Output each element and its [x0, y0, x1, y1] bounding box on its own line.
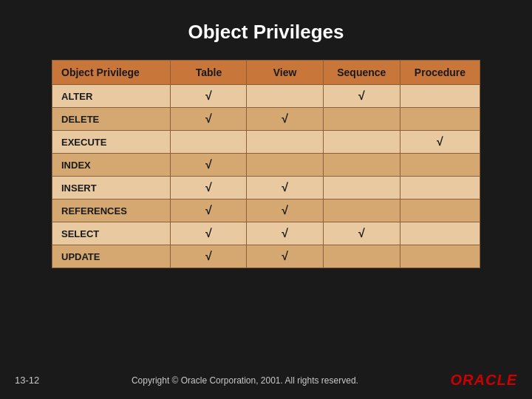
table-row: DELETE√√	[52, 108, 480, 131]
check-cell: √	[247, 177, 323, 200]
check-cell: √	[171, 154, 247, 177]
check-cell: √	[323, 222, 400, 245]
col-header-view: View	[247, 61, 323, 85]
check-cell	[247, 85, 323, 108]
privilege-cell: INSERT	[52, 177, 171, 200]
copyright-text: Copyright © Oracle Corporation, 2001. Al…	[132, 375, 358, 386]
table-row: ALTER√√	[52, 85, 480, 108]
check-cell	[323, 131, 400, 154]
col-header-procedure: Procedure	[400, 61, 480, 85]
table-row: INSERT√√	[52, 177, 480, 200]
check-cell	[323, 245, 400, 268]
slide-number: 13-12	[15, 375, 39, 386]
oracle-logo: ORACLE	[451, 372, 517, 389]
check-cell	[323, 108, 400, 131]
privilege-cell: REFERENCES	[52, 200, 171, 222]
check-cell	[171, 131, 247, 154]
slide: Object Privileges Object Privilege Table…	[0, 0, 532, 399]
privileges-table: Object Privilege Table View Sequence Pro…	[52, 60, 480, 268]
check-cell	[247, 131, 323, 154]
check-cell	[323, 200, 400, 222]
table-row: SELECT√√√	[52, 222, 480, 245]
table-row: EXECUTE√	[52, 131, 480, 154]
col-header-privilege: Object Privilege	[52, 61, 171, 85]
table-header-row: Object Privilege Table View Sequence Pro…	[52, 61, 480, 85]
check-cell: √	[171, 177, 247, 200]
check-cell: √	[247, 108, 323, 131]
check-cell: √	[247, 245, 323, 268]
check-cell	[323, 154, 400, 177]
check-cell	[400, 108, 480, 131]
privilege-cell: INDEX	[52, 154, 171, 177]
privilege-cell: ALTER	[52, 85, 171, 108]
check-cell: √	[171, 222, 247, 245]
col-header-sequence: Sequence	[323, 61, 400, 85]
check-cell	[400, 200, 480, 222]
oracle-label: ORACLE	[451, 372, 517, 389]
table-row: REFERENCES√√	[52, 200, 480, 222]
check-cell	[400, 245, 480, 268]
privilege-cell: EXECUTE	[52, 131, 171, 154]
check-cell: √	[171, 200, 247, 222]
check-cell	[400, 85, 480, 108]
check-cell	[247, 154, 323, 177]
check-cell: √	[247, 222, 323, 245]
check-cell: √	[171, 245, 247, 268]
table-row: INDEX√	[52, 154, 480, 177]
col-header-table: Table	[171, 61, 247, 85]
check-cell	[400, 177, 480, 200]
check-cell	[323, 177, 400, 200]
check-cell: √	[247, 200, 323, 222]
privilege-cell: DELETE	[52, 108, 171, 131]
check-cell: √	[171, 85, 247, 108]
check-cell	[400, 154, 480, 177]
privilege-cell: SELECT	[52, 222, 171, 245]
check-cell	[400, 222, 480, 245]
footer: 13-12 Copyright © Oracle Corporation, 20…	[0, 372, 532, 389]
check-cell: √	[171, 108, 247, 131]
table-row: UPDATE√√	[52, 245, 480, 268]
check-cell: √	[400, 131, 480, 154]
check-cell: √	[323, 85, 400, 108]
slide-title: Object Privileges	[188, 21, 344, 44]
privilege-cell: UPDATE	[52, 245, 171, 268]
